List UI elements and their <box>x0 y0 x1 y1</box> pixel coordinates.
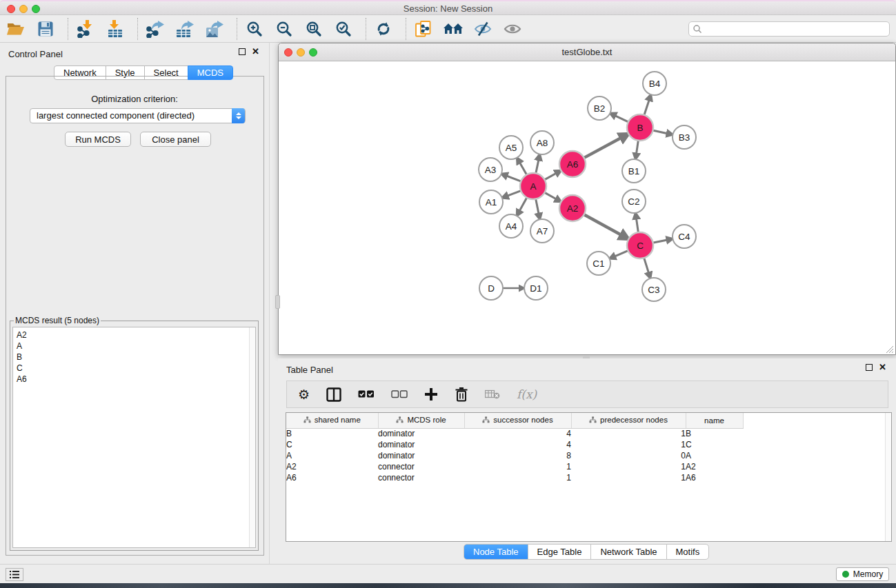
table-row[interactable]: Bdominator41B <box>286 428 743 439</box>
new-network-from-selection-icon[interactable] <box>413 17 434 41</box>
tab-mcds[interactable]: MCDS <box>188 65 233 80</box>
control-panel: Control Panel ✕ Network Style Select MCD… <box>0 43 270 564</box>
memory-button[interactable]: Memory <box>836 567 889 581</box>
refresh-icon[interactable] <box>373 17 394 41</box>
table-row[interactable]: A2connector11A2 <box>286 461 743 472</box>
table-cell-name[interactable]: A2 <box>686 461 743 472</box>
table-cell-shared_name[interactable]: A2 <box>286 461 378 472</box>
table-scrollbar[interactable] <box>885 413 891 541</box>
search-input[interactable] <box>688 21 890 37</box>
show-all-icon[interactable] <box>502 17 523 41</box>
result-item[interactable]: A2 <box>17 330 255 341</box>
graph-node-label: A3 <box>485 165 497 175</box>
window-resize-grip[interactable] <box>885 344 894 353</box>
table-row[interactable]: A6connector11A6 <box>286 472 743 483</box>
table-row[interactable]: Cdominator41C <box>286 439 743 450</box>
float-table-panel-icon[interactable] <box>866 364 873 371</box>
result-item[interactable]: A <box>17 341 255 352</box>
unselect-all-columns-icon[interactable] <box>391 390 408 398</box>
first-neighbors-icon[interactable] <box>443 17 464 41</box>
result-item[interactable]: A6 <box>17 374 255 385</box>
table-cell-shared_name[interactable]: C <box>286 439 378 450</box>
node-table: shared name MCDS role successor nodes pr… <box>286 412 892 542</box>
dropdown-stepper-icon[interactable] <box>232 108 245 123</box>
column-header-successor-nodes[interactable]: successor nodes <box>464 413 571 428</box>
column-header-mcds-role[interactable]: MCDS role <box>378 413 464 428</box>
table-cell-shared_name[interactable]: B <box>286 428 378 439</box>
criterion-dropdown[interactable]: largest connected component (directed) <box>30 108 246 123</box>
result-item[interactable]: C <box>17 363 255 374</box>
mcds-result-list[interactable]: A2ABCA6 <box>12 327 256 548</box>
panel-divider-handle[interactable] <box>275 295 280 309</box>
tab-network-table[interactable]: Network Table <box>590 544 666 560</box>
table-cell-mcds_role[interactable]: dominator <box>378 428 464 439</box>
table-cell-mcds_role[interactable]: connector <box>378 472 464 483</box>
result-item[interactable]: B <box>17 352 255 363</box>
export-network-icon[interactable] <box>145 17 166 41</box>
result-scrollbar[interactable] <box>249 327 255 547</box>
tab-motifs[interactable]: Motifs <box>666 544 710 560</box>
search-field-wrap <box>688 21 890 37</box>
export-image-icon[interactable] <box>204 17 225 41</box>
open-session-icon[interactable] <box>6 17 26 41</box>
network-canvas[interactable]: AA6A2BCA1A3A4A5A7A8B1B2B3B4C1C2C3C4DD1 <box>279 61 895 354</box>
table-cell-name[interactable]: A <box>686 450 743 461</box>
table-cell-successor[interactable]: 1 <box>464 472 571 483</box>
close-panel-icon[interactable]: ✕ <box>252 48 259 55</box>
table-cell-successor[interactable]: 8 <box>464 450 571 461</box>
task-history-button[interactable] <box>6 568 23 581</box>
table-cell-mcds_role[interactable]: dominator <box>378 439 464 450</box>
float-panel-icon[interactable] <box>239 48 246 55</box>
hide-selected-icon[interactable] <box>472 17 493 41</box>
graph-node-label: B1 <box>628 166 640 176</box>
export-table-icon[interactable] <box>175 17 195 41</box>
column-header-shared-name[interactable]: shared name <box>286 413 378 428</box>
graph-edge[interactable] <box>582 137 623 159</box>
tab-edge-table[interactable]: Edge Table <box>528 544 592 560</box>
table-cell-shared_name[interactable]: A <box>286 450 378 461</box>
graph-node-label: A <box>530 181 536 192</box>
tab-node-table[interactable]: Node Table <box>464 544 528 560</box>
mcds-result-title: MCDS result (5 nodes) <box>14 316 101 325</box>
column-header-predecessor-nodes[interactable]: predecessor nodes <box>571 413 686 428</box>
table-cell-predecessor[interactable]: 1 <box>571 439 686 450</box>
status-bar: Memory <box>0 564 896 583</box>
create-column-icon[interactable] <box>424 387 438 401</box>
table-cell-predecessor[interactable]: 1 <box>571 472 686 483</box>
close-panel-button[interactable]: Close panel <box>140 132 211 147</box>
graph-node-label: B <box>637 123 643 133</box>
table-cell-mcds_role[interactable]: connector <box>378 461 464 472</box>
save-session-icon[interactable] <box>35 17 56 41</box>
table-cell-name[interactable]: C <box>686 439 743 450</box>
zoom-selected-icon[interactable] <box>333 17 354 41</box>
zoom-out-icon[interactable] <box>274 17 295 41</box>
table-header-row: shared name MCDS role successor nodes pr… <box>286 413 743 428</box>
table-cell-name[interactable]: B <box>686 428 743 439</box>
mcds-result-group: MCDS result (5 nodes) A2ABCA6 <box>10 316 259 551</box>
show-columns-icon[interactable] <box>326 387 341 402</box>
delete-column-icon[interactable] <box>455 387 468 402</box>
table-cell-shared_name[interactable]: A6 <box>286 472 378 483</box>
table-cell-mcds_role[interactable]: dominator <box>378 450 464 461</box>
table-cell-predecessor[interactable]: 0 <box>571 450 686 461</box>
import-table-icon[interactable] <box>105 17 126 41</box>
table-cell-name[interactable]: A6 <box>686 472 743 483</box>
table-cell-successor[interactable]: 4 <box>464 439 571 450</box>
close-table-panel-icon[interactable]: ✕ <box>879 364 886 371</box>
zoom-fit-icon[interactable] <box>303 17 324 41</box>
table-settings-gear-icon[interactable]: ⚙ <box>298 387 310 403</box>
optimization-criterion-label: Optimization criterion: <box>0 94 269 104</box>
column-header-name[interactable]: name <box>686 413 743 428</box>
table-cell-successor[interactable]: 4 <box>464 428 571 439</box>
import-network-icon[interactable] <box>75 17 96 41</box>
network-window-titlebar[interactable]: testGlobe.txt <box>279 43 895 61</box>
memory-label: Memory <box>853 569 883 579</box>
graph-edge[interactable] <box>582 214 623 236</box>
table-cell-predecessor[interactable]: 1 <box>571 461 686 472</box>
run-mcds-button[interactable]: Run MCDS <box>65 132 131 147</box>
select-all-columns-icon[interactable] <box>358 390 375 398</box>
table-cell-successor[interactable]: 1 <box>464 461 571 472</box>
table-row[interactable]: Adominator80A <box>286 450 743 461</box>
table-cell-predecessor[interactable]: 1 <box>571 428 686 439</box>
zoom-in-icon[interactable] <box>244 17 265 41</box>
